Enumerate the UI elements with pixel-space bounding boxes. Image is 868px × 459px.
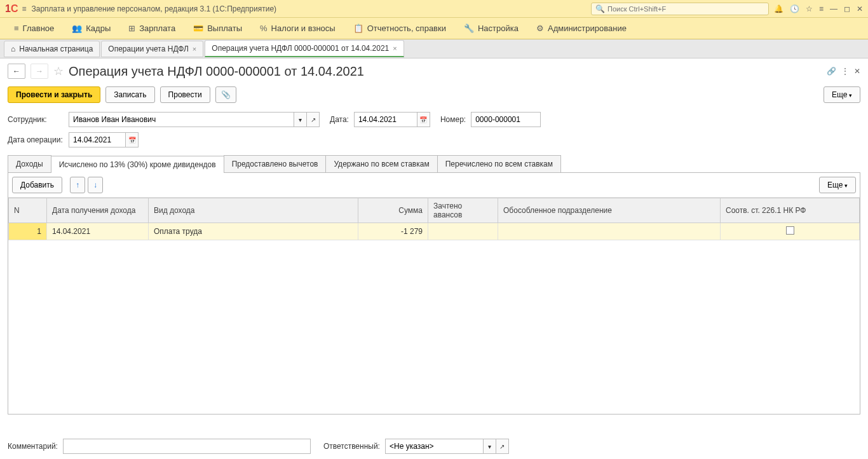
maximize-icon[interactable]: ◻ xyxy=(844,4,850,13)
lines-icon: ≡ xyxy=(14,24,19,33)
calendar-icon[interactable]: 📅 xyxy=(126,132,139,147)
op-date-label: Дата операции: xyxy=(8,135,64,144)
nav-payments[interactable]: 💳Выплаты xyxy=(184,18,251,39)
responsible-input[interactable] xyxy=(385,439,484,454)
subtabs: Доходы Исчислено по 13% (30%) кроме диви… xyxy=(8,155,860,173)
more-vert-icon[interactable]: ⋮ xyxy=(841,67,849,76)
subtab-calc-13[interactable]: Исчислено по 13% (30%) кроме дивидендов xyxy=(51,156,224,173)
forward-button[interactable]: → xyxy=(31,64,48,79)
date-label: Дата: xyxy=(330,115,349,124)
move-down-button[interactable]: ↓ xyxy=(88,177,103,193)
subtab-transferred[interactable]: Перечислено по всем ставкам xyxy=(437,155,561,172)
nav-settings[interactable]: 🔧Настройка xyxy=(455,18,527,39)
cell-type[interactable]: Оплата труда xyxy=(149,223,358,240)
form-row-2: Дата операции: 📅 xyxy=(0,130,868,150)
col-226[interactable]: Соотв. ст. 226.1 НК РФ xyxy=(721,198,860,223)
nav-personnel[interactable]: 👥Кадры xyxy=(63,18,119,39)
titlebar: 1С ≡ Зарплата и управление персоналом, р… xyxy=(0,0,868,18)
subtab-withheld[interactable]: Удержано по всем ставкам xyxy=(325,155,437,172)
titlebar-icons: 🔔 🕓 ☆ ≡ — ◻ ✕ xyxy=(774,4,863,13)
tab-home[interactable]: ⌂ Начальная страница xyxy=(4,41,100,57)
bell-icon[interactable]: 🔔 xyxy=(774,4,783,13)
more-button[interactable]: Еще xyxy=(824,86,860,103)
subtab-deductions[interactable]: Предоставлено вычетов xyxy=(224,155,327,172)
main-nav: ≡Главное 👥Кадры ⊞Зарплата 💳Выплаты %Нало… xyxy=(0,18,868,39)
employee-label: Сотрудник: xyxy=(8,115,64,124)
nav-taxes[interactable]: %Налоги и взносы xyxy=(251,18,344,39)
comment-label: Комментарий: xyxy=(8,442,58,451)
op-date-input[interactable] xyxy=(69,132,126,147)
table-panel: Добавить ↑ ↓ Еще N Дата получения дохода… xyxy=(8,173,860,414)
col-sum[interactable]: Сумма xyxy=(358,198,428,223)
people-icon: 👥 xyxy=(72,24,82,33)
add-row-button[interactable]: Добавить xyxy=(12,177,62,193)
close-window-icon[interactable]: ✕ xyxy=(857,4,863,13)
employee-input[interactable] xyxy=(69,112,294,127)
minimize-icon[interactable]: — xyxy=(830,4,837,13)
cell-date[interactable]: 14.04.2021 xyxy=(47,223,149,240)
home-icon: ⌂ xyxy=(11,45,15,53)
favorite-icon[interactable]: ☆ xyxy=(53,64,64,78)
subtab-income[interactable]: Доходы xyxy=(8,155,51,172)
tab-operation-doc[interactable]: Операция учета НДФЛ 0000-000001 от 14.04… xyxy=(205,40,403,57)
star-icon[interactable]: ☆ xyxy=(806,4,813,13)
search-input[interactable] xyxy=(607,5,764,13)
card-icon: 💳 xyxy=(193,24,203,33)
nav-reports[interactable]: 📋Отчетность, справки xyxy=(344,18,455,39)
nav-admin[interactable]: ⚙Администрирование xyxy=(527,18,635,39)
close-doc-icon[interactable]: ✕ xyxy=(854,67,860,76)
cell-sum[interactable]: -1 279 xyxy=(358,223,428,240)
dropdown-icon[interactable]: ▾ xyxy=(294,112,307,127)
nav-main[interactable]: ≡Главное xyxy=(5,18,63,39)
search-icon: 🔍 xyxy=(595,4,605,13)
search-box[interactable]: 🔍 xyxy=(591,3,769,15)
tab-bar: ⌂ Начальная страница Операции учета НДФЛ… xyxy=(0,39,868,58)
number-label: Номер: xyxy=(440,115,466,124)
logo-1c: 1С xyxy=(5,3,18,15)
history-icon[interactable]: 🕓 xyxy=(790,4,799,13)
post-and-close-button[interactable]: Провести и закрыть xyxy=(8,86,100,103)
link-icon[interactable]: 🔗 xyxy=(827,67,836,76)
form-row-1: Сотрудник: ▾ ↗ Дата: 📅 Номер: xyxy=(0,109,868,130)
cell-check[interactable] xyxy=(721,223,860,240)
responsible-label: Ответственный: xyxy=(323,442,380,451)
col-type[interactable]: Вид дохода xyxy=(149,198,358,223)
doc-toolbar: Провести и закрыть Записать Провести 📎 Е… xyxy=(0,84,868,109)
number-input[interactable] xyxy=(471,112,541,127)
col-n[interactable]: N xyxy=(9,198,47,223)
close-icon[interactable]: × xyxy=(193,45,196,53)
date-input[interactable] xyxy=(354,112,417,127)
table-scroll[interactable]: N Дата получения дохода Вид дохода Сумма… xyxy=(8,198,860,414)
col-advance[interactable]: Зачтено авансов xyxy=(428,198,498,223)
post-button[interactable]: Провести xyxy=(160,86,210,103)
menu-icon[interactable]: ≡ xyxy=(22,4,26,13)
tab-operations-list[interactable]: Операции учета НДФЛ × xyxy=(101,41,203,57)
col-dept[interactable]: Обособленное подразделение xyxy=(498,198,721,223)
calendar-icon[interactable]: 📅 xyxy=(417,112,430,127)
cell-adv[interactable] xyxy=(428,223,498,240)
checkbox-icon[interactable] xyxy=(786,226,794,235)
doc-title: Операция учета НДФЛ 0000-000001 от 14.04… xyxy=(69,64,822,79)
dropdown-icon[interactable]: ▾ xyxy=(484,439,496,454)
nav-salary[interactable]: ⊞Зарплата xyxy=(119,18,184,39)
move-up-button[interactable]: ↑ xyxy=(70,177,85,193)
gear-icon: ⚙ xyxy=(536,24,544,33)
col-date[interactable]: Дата получения дохода xyxy=(47,198,149,223)
open-icon[interactable]: ↗ xyxy=(496,439,509,454)
close-icon[interactable]: × xyxy=(393,45,397,52)
comment-input[interactable] xyxy=(63,439,311,454)
cell-n[interactable]: 1 xyxy=(9,223,47,240)
wrench-icon: 🔧 xyxy=(464,24,474,33)
table-more-button[interactable]: Еще xyxy=(819,177,856,193)
filter-icon[interactable]: ≡ xyxy=(819,4,824,13)
attach-button[interactable]: 📎 xyxy=(215,86,236,103)
calc-icon: ⊞ xyxy=(128,24,135,33)
cell-dept[interactable] xyxy=(498,223,721,240)
save-button[interactable]: Записать xyxy=(105,86,154,103)
open-icon[interactable]: ↗ xyxy=(307,112,320,127)
app-title: Зарплата и управление персоналом, редакц… xyxy=(31,4,591,13)
back-button[interactable]: ← xyxy=(8,64,25,79)
data-table: N Дата получения дохода Вид дохода Сумма… xyxy=(8,198,860,240)
table-row[interactable]: 1 14.04.2021 Оплата труда -1 279 xyxy=(9,223,860,240)
percent-icon: % xyxy=(260,24,268,33)
